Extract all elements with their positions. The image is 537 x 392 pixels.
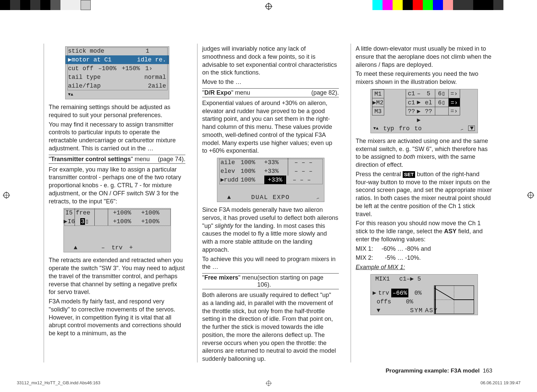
body-text: Since F3A models generally have two aile…	[202, 206, 339, 254]
lcd-cell: 0%	[414, 289, 422, 297]
lcd-cell: 3▯	[75, 217, 95, 226]
lcd-free-mixers: M1 c1 –▶ 5 6▯ =› ▶M2 c1 –▶ el 6▯ =› M3 ?…	[370, 89, 478, 133]
up-arrow-icon: ▲	[227, 193, 232, 202]
lcd-cell: – – –	[295, 167, 313, 176]
curve-icon: ⦧	[316, 193, 320, 202]
lcd-value: +150%	[122, 64, 145, 73]
body-text: For example, you may like to assign a pa…	[49, 166, 185, 206]
lcd-cell: elev	[221, 167, 241, 176]
body-text: Move to the …	[202, 78, 339, 86]
lcd-cell: c1	[406, 98, 417, 107]
lcd-footer: SYM	[410, 306, 423, 315]
lcd-footer: +	[129, 243, 133, 252]
lcd-cell: =›	[449, 89, 460, 98]
up-arrow-icon: ▲	[74, 243, 78, 252]
column-2: judges will invariably notice any lack o…	[197, 44, 339, 362]
lcd-label: motor at C1	[72, 55, 137, 64]
print-timestamp: 06.06.2011 19:39:47	[481, 380, 521, 385]
body-text: The remaining settings should be adjuste…	[49, 103, 185, 119]
page-footer: Programming example: F3A model 163	[386, 368, 492, 374]
arrow-icon: –▶	[417, 107, 422, 115]
body-text: To meet these requirements you need the …	[356, 70, 492, 86]
lcd-value: –100%	[98, 64, 122, 73]
lcd-cell: free	[75, 208, 95, 217]
registration-mark-bottom	[266, 380, 272, 387]
lcd-cell: ▶M2	[372, 98, 384, 107]
lcd-cell: aile	[221, 158, 241, 167]
body-text: Press the central SET button of the righ…	[356, 170, 492, 218]
lcd-cell: 5	[422, 89, 435, 98]
lcd-cell: +33%	[264, 167, 288, 176]
lcd-basic-settings: stick mode1 ▶motor at C1idle re. cut off…	[65, 46, 169, 99]
lcd-cell: 6▯	[435, 98, 449, 107]
menu-reference-line: "D/R Expo" menu (page 82).	[202, 88, 339, 97]
lcd-cell: +33%	[264, 158, 288, 167]
body-text: You may find it necessary to assign tran…	[49, 121, 185, 153]
body-text: For this reason you should now move the …	[356, 219, 492, 243]
menu-name: "D/R Expo" menu	[202, 89, 250, 96]
registration-mark-right	[527, 192, 534, 201]
menu-name: "Transmitter control settings" menu	[49, 156, 150, 163]
mix-value-line: MIX 1: -60% … -80% and	[356, 245, 492, 253]
indesign-filename: 33112_mx12_HoTT_2_GB.indd Abs46:163	[17, 380, 100, 385]
column-1: stick mode1 ▶motor at C1idle re. cut off…	[44, 44, 185, 362]
body-text: To achieve this you will need to program…	[202, 255, 339, 272]
lcd-label: aile/flap	[68, 82, 148, 90]
lcd-value: 2aile	[148, 82, 166, 90]
lcd-cell: M3	[372, 107, 384, 115]
lcd-cell: +100%	[108, 208, 136, 217]
lcd-footer: typ	[383, 124, 394, 133]
lcd-label: stick mode	[68, 47, 146, 55]
lcd-cell: I6	[68, 217, 75, 226]
lcd-cell: =›	[449, 98, 460, 107]
lcd-cell: M1	[372, 89, 384, 98]
lcd-label: cut off	[68, 64, 98, 73]
page-reference: (page 74).	[158, 156, 185, 163]
lcd-footer: trv	[111, 243, 122, 252]
lcd-value: 1›	[145, 64, 153, 73]
set-button-label: SET	[403, 171, 415, 178]
body-text: The retracts are extended and retracted …	[49, 256, 185, 296]
lcd-cell: 100%	[241, 176, 264, 184]
lcd-footer: to	[414, 124, 422, 133]
lcd-cell: +33%	[264, 176, 286, 184]
lcd-cell: ??	[406, 107, 417, 115]
lcd-mix1-detail: MIX1 c1–▶ 5 ▶ trv –66% 0% offs 0% ▼ SYM …	[370, 274, 478, 315]
mix-value-line: MIX 2: -5% … -10%.	[356, 254, 492, 262]
nav-arrows-icon: ▼▲	[68, 90, 74, 99]
pointer-icon: ▶	[221, 176, 224, 184]
mix-curve-graph	[434, 285, 474, 314]
lcd-cell: +100%	[136, 217, 165, 226]
body-text: A little down-elevator must usually be m…	[356, 45, 492, 69]
lcd-cell: el	[422, 98, 435, 107]
lcd-cell: – – –	[295, 158, 313, 167]
lcd-cell: +100%	[108, 217, 136, 226]
lcd-cell: =›	[449, 107, 460, 115]
column-3: A little down-elevator must usually be m…	[351, 44, 492, 362]
page-reference: (section starting on page 106).	[257, 274, 339, 288]
lcd-cell: 100%	[241, 158, 264, 167]
body-text: Both ailerons are usually required to de…	[202, 291, 339, 363]
arrow-icon: –▶	[417, 89, 422, 98]
lcd-cell: – – –	[293, 176, 311, 184]
pointer-icon: ▶	[68, 55, 72, 64]
lcd-control-settings: I5 free +100% +100% ▶ I6 3▯ +100% +100% …	[63, 208, 171, 252]
lcd-footer: –	[101, 243, 105, 252]
lcd-cell: trv	[378, 289, 389, 297]
lcd-value: normal	[144, 73, 166, 82]
lcd-cell	[95, 208, 108, 217]
lcd-footer: DUAL EXPO	[251, 193, 290, 202]
nav-arrows-icon: ▼▲	[373, 124, 379, 133]
print-color-bar-left	[0, 0, 91, 10]
menu-reference-line: "Free mixers" menu (section starting on …	[202, 273, 339, 289]
pointer-icon: ▶	[64, 217, 68, 226]
lcd-value: 1	[146, 47, 149, 55]
body-text: judges will invariably notice any lack o…	[202, 45, 339, 77]
curve-icon: ⦧	[460, 124, 463, 133]
lcd-value: idle re.	[137, 55, 166, 64]
lcd-footer: fro	[399, 124, 410, 133]
body-text: The mixers are activated using one and t…	[356, 137, 492, 169]
lcd-cell	[435, 107, 449, 115]
page-reference: (page 82).	[311, 89, 339, 96]
lcd-cell: c1	[406, 89, 417, 98]
